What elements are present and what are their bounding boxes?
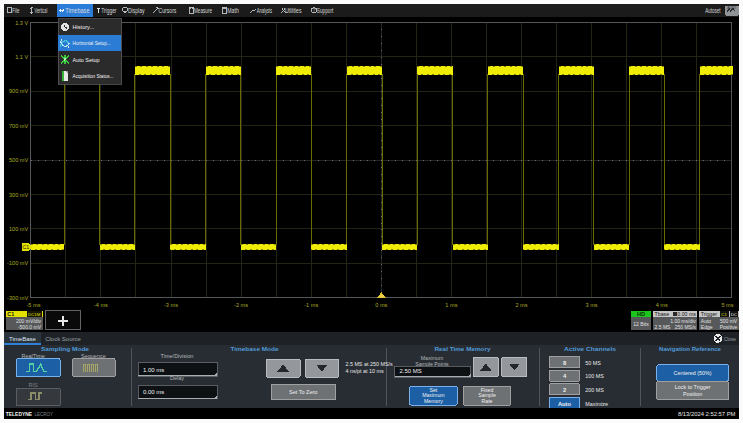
svg-text:2.5 MS at 250 MS/s: 2.5 MS at 250 MS/s xyxy=(345,361,393,367)
svg-text:RIS: RIS xyxy=(29,382,39,388)
svg-text:100 mV: 100 mV xyxy=(9,226,29,232)
svg-text:4 ns/pt at 10 ms: 4 ns/pt at 10 ms xyxy=(345,368,384,374)
svg-text:Edge: Edge xyxy=(701,324,713,330)
svg-text:Lock to Trigger: Lock to Trigger xyxy=(675,384,711,390)
svg-text:-1 ms: -1 ms xyxy=(304,302,318,308)
svg-text:0.00 ms: 0.00 ms xyxy=(677,311,696,317)
svg-text:2.50 MS: 2.50 MS xyxy=(399,368,421,374)
svg-text:Vertical: Vertical xyxy=(35,7,48,14)
svg-text:300 mV: 300 mV xyxy=(9,192,29,198)
svg-text:Memory: Memory xyxy=(424,398,443,404)
svg-text:Sequence: Sequence xyxy=(81,353,106,359)
svg-text:Real Time Memory: Real Time Memory xyxy=(435,345,492,352)
svg-text:Active Channels: Active Channels xyxy=(564,345,617,352)
svg-text:Position: Position xyxy=(683,391,702,397)
svg-text:Navigation Reference: Navigation Reference xyxy=(659,345,722,352)
svg-text:3 ms: 3 ms xyxy=(586,302,598,308)
svg-text:Auto Setup: Auto Setup xyxy=(73,57,101,63)
svg-text:Sample Points: Sample Points xyxy=(415,361,449,367)
svg-text:Analysis: Analysis xyxy=(257,7,272,15)
svg-text:0 ms: 0 ms xyxy=(375,302,387,308)
svg-text:LECROY: LECROY xyxy=(35,410,54,417)
svg-text:Support: Support xyxy=(317,7,334,15)
svg-text:Timebase: Timebase xyxy=(65,7,90,14)
svg-text:DC: DC xyxy=(731,312,737,317)
svg-text:Acquisition Status...: Acquisition Status... xyxy=(73,73,114,79)
svg-text:0.00 ms: 0.00 ms xyxy=(143,389,164,395)
svg-text:Cursors: Cursors xyxy=(159,7,177,14)
svg-text:1.3 V: 1.3 V xyxy=(15,20,28,26)
svg-text:250 MS/s: 250 MS/s xyxy=(675,324,697,330)
svg-text:Clock Source: Clock Source xyxy=(45,336,81,342)
svg-text:-3 ms: -3 ms xyxy=(164,302,178,308)
svg-text:-5 ms: -5 ms xyxy=(27,302,41,308)
svg-text:Auto: Auto xyxy=(558,401,572,407)
svg-text:AUTO: AUTO xyxy=(727,6,736,10)
svg-text:DC1M: DC1M xyxy=(28,312,41,317)
svg-text:Positive: Positive xyxy=(720,324,738,330)
svg-text:Trigger: Trigger xyxy=(101,7,117,15)
svg-text:RealTime: RealTime xyxy=(22,353,45,359)
svg-text:Time/Division: Time/Division xyxy=(161,353,194,359)
svg-text:-100 mV: -100 mV xyxy=(7,260,28,266)
svg-text:Math: Math xyxy=(227,7,239,14)
svg-text:TELEDYNE: TELEDYNE xyxy=(6,410,32,417)
svg-text:700 mV: 700 mV xyxy=(9,123,29,129)
svg-text:Centered (50%): Centered (50%) xyxy=(674,370,712,376)
svg-text:Horizontal Setup...: Horizontal Setup... xyxy=(73,40,111,46)
svg-text:2 ms: 2 ms xyxy=(515,302,527,308)
svg-text:4 ms: 4 ms xyxy=(656,302,668,308)
svg-text:1.1 V: 1.1 V xyxy=(15,54,28,60)
svg-text:8/13/2024 2:52:57 PM: 8/13/2024 2:52:57 PM xyxy=(678,411,736,417)
svg-text:-500.0 mV: -500.0 mV xyxy=(18,324,42,330)
svg-text:Measure: Measure xyxy=(194,7,212,14)
svg-text:TimeBase: TimeBase xyxy=(9,336,36,342)
svg-text:History...: History... xyxy=(73,24,95,30)
svg-text:-300 mV: -300 mV xyxy=(7,295,28,301)
svg-text:-2 ms: -2 ms xyxy=(234,302,248,308)
svg-text:2: 2 xyxy=(563,387,566,393)
svg-text:1.00 ms: 1.00 ms xyxy=(143,367,164,373)
svg-text:C1: C1 xyxy=(23,244,30,250)
svg-text:?: ? xyxy=(313,8,316,13)
svg-text:100 MS: 100 MS xyxy=(585,373,604,379)
svg-text:200 MS: 200 MS xyxy=(585,387,604,393)
svg-text:12 Bits: 12 Bits xyxy=(633,321,649,327)
svg-text:-4 ms: -4 ms xyxy=(94,302,108,308)
svg-text:Trigger: Trigger xyxy=(701,311,718,317)
svg-text:Sampling Mode: Sampling Mode xyxy=(41,345,90,352)
svg-text:File: File xyxy=(12,7,19,14)
svg-text:Utilities: Utilities xyxy=(285,7,302,14)
svg-text:C1: C1 xyxy=(721,312,727,317)
svg-text:Tbase: Tbase xyxy=(655,311,670,317)
svg-text:C1: C1 xyxy=(7,311,14,317)
svg-text:Rate: Rate xyxy=(482,398,493,404)
svg-text:Autoset: Autoset xyxy=(705,7,720,14)
svg-text:500 mV: 500 mV xyxy=(9,157,29,163)
svg-text:Close: Close xyxy=(724,337,736,342)
svg-text:Delay: Delay xyxy=(170,375,184,381)
svg-text:Set To Zero: Set To Zero xyxy=(289,389,317,395)
svg-text:50 MS: 50 MS xyxy=(585,360,601,366)
svg-text:2.5 MS: 2.5 MS xyxy=(655,324,672,330)
svg-text:Timebase Mode: Timebase Mode xyxy=(231,345,280,352)
svg-text:5 ms: 5 ms xyxy=(721,302,733,308)
svg-text:900 mV: 900 mV xyxy=(9,88,29,94)
svg-text:HD: HD xyxy=(637,311,645,317)
svg-text:Maximize: Maximize xyxy=(585,401,608,407)
svg-text:1 ms: 1 ms xyxy=(445,302,457,308)
svg-text:Display: Display xyxy=(128,7,145,15)
